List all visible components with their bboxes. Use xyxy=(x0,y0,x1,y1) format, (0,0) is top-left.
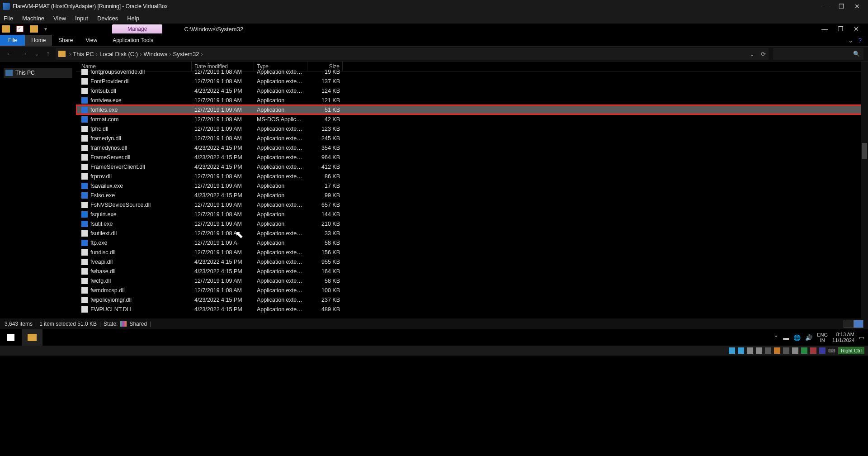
nav-up-icon[interactable]: ↑ xyxy=(45,50,51,58)
file-row[interactable]: fwpolicyiomgr.dll4/23/2022 4:15 PMApplic… xyxy=(76,295,868,304)
refresh-icon[interactable]: ⟳ xyxy=(761,51,766,57)
file-row[interactable]: forfiles.exe12/7/2019 1:09 AMApplication… xyxy=(76,105,868,114)
file-row[interactable]: fphc.dll12/7/2019 1:09 AMApplication ext… xyxy=(76,124,868,133)
search-box[interactable]: 🔍 xyxy=(773,48,863,60)
vbox-shared-folders-icon[interactable] xyxy=(783,347,789,354)
file-row[interactable]: framedyn.dll12/7/2019 1:08 AMApplication… xyxy=(76,133,868,143)
file-row[interactable]: fontview.exe12/7/2019 1:08 AMApplication… xyxy=(76,95,868,105)
breadcrumb-local-disk[interactable]: Local Disk (C:) xyxy=(99,51,138,57)
notifications-icon[interactable]: ▭ xyxy=(859,334,864,341)
dll-file-icon xyxy=(81,278,88,284)
chevron-right-icon[interactable]: › xyxy=(201,51,203,57)
file-row[interactable]: FrameServer.dll4/23/2022 4:15 PMApplicat… xyxy=(76,152,868,162)
battery-icon[interactable]: ▬ xyxy=(783,334,789,341)
vertical-scrollbar[interactable] xyxy=(861,62,868,318)
new-folder-icon[interactable] xyxy=(30,25,38,33)
file-row[interactable]: framedynos.dll4/23/2022 4:15 PMApplicati… xyxy=(76,143,868,152)
file-name: fsquirt.exe xyxy=(90,211,117,218)
nav-recent-icon[interactable]: ⌄ xyxy=(33,51,40,57)
file-row[interactable]: fundisc.dll12/7/2019 1:08 AMApplication … xyxy=(76,247,868,257)
file-row[interactable]: ftp.exe12/7/2019 1:09 AApplication58 KB xyxy=(76,238,868,247)
nav-this-pc[interactable]: This PC xyxy=(4,68,72,78)
chevron-right-icon[interactable]: › xyxy=(96,51,98,57)
vbox-optical-icon[interactable] xyxy=(738,347,744,354)
volume-icon[interactable]: 🔊 xyxy=(805,334,812,341)
file-row[interactable]: fsutil.exe12/7/2019 1:09 AMApplication21… xyxy=(76,219,868,228)
vbox-menu-view[interactable]: View xyxy=(53,15,66,22)
file-row[interactable]: fontsub.dll4/23/2022 4:15 PMApplication … xyxy=(76,86,868,95)
vbox-minimize-icon[interactable]: — xyxy=(822,3,829,10)
breadcrumb-system32[interactable]: System32 xyxy=(173,51,199,57)
vbox-mouse-icon[interactable] xyxy=(819,347,826,354)
nav-back-icon[interactable]: ← xyxy=(5,50,14,58)
qat-overflow-icon[interactable]: ▾ xyxy=(44,26,47,32)
vbox-hdd-icon[interactable] xyxy=(729,347,735,354)
vbox-menu-help[interactable]: Help xyxy=(127,15,139,22)
manage-contextual-tab[interactable]: Manage xyxy=(112,24,162,33)
vbox-host-key[interactable]: Right Ctrl xyxy=(838,347,864,354)
file-row[interactable]: fwmdmcsp.dll12/7/2019 1:08 AMApplication… xyxy=(76,285,868,295)
dll-file-icon xyxy=(81,154,88,161)
ribbon-collapse-icon[interactable]: ⌄ xyxy=(848,37,854,44)
taskbar-clock[interactable]: 8:13 AM 11/1/2024 xyxy=(832,332,854,343)
folder-icon[interactable] xyxy=(2,25,10,33)
file-size: 237 KB xyxy=(307,297,343,303)
address-dropdown-icon[interactable]: ⌄ xyxy=(750,51,755,57)
tray-chevron-icon[interactable]: ⌃ xyxy=(774,334,778,341)
vbox-usb-icon[interactable] xyxy=(774,347,780,354)
address-bar[interactable]: › This PC › Local Disk (C:) › Windows › … xyxy=(56,48,769,60)
properties-icon[interactable] xyxy=(16,26,24,32)
guest-close-icon[interactable]: ✕ xyxy=(854,25,859,33)
file-name: FsIso.exe xyxy=(90,192,115,199)
guest-maximize-icon[interactable]: ❐ xyxy=(838,25,844,33)
vbox-maximize-icon[interactable]: ❐ xyxy=(839,3,844,10)
view-large-button[interactable] xyxy=(854,320,863,328)
vbox-recording-icon[interactable] xyxy=(801,347,807,354)
vbox-audio-icon[interactable] xyxy=(756,347,762,354)
file-row[interactable]: FsIso.exe4/23/2022 4:15 PMApplication99 … xyxy=(76,190,868,200)
file-row[interactable]: frprov.dll12/7/2019 1:08 AMApplication e… xyxy=(76,171,868,181)
vbox-floppy-icon[interactable] xyxy=(747,347,753,354)
start-button[interactable] xyxy=(0,329,22,346)
file-row[interactable]: FontProvider.dll12/7/2019 1:08 AMApplica… xyxy=(76,76,868,86)
scrollbar-thumb[interactable] xyxy=(862,143,867,159)
nav-forward-icon[interactable]: → xyxy=(19,50,29,58)
vbox-menu-input[interactable]: Input xyxy=(75,15,88,22)
file-row[interactable]: fwcfg.dll12/7/2019 1:09 AMApplication ex… xyxy=(76,276,868,285)
dll-file-icon xyxy=(81,164,88,170)
help-icon[interactable]: ? xyxy=(858,37,862,44)
file-row[interactable]: FWPUCLNT.DLL4/23/2022 4:15 PMApplication… xyxy=(76,304,868,314)
tab-application-tools[interactable]: Application Tools xyxy=(106,35,160,46)
file-row[interactable]: fontgroupsoverride.dll12/7/2019 1:08 AMA… xyxy=(76,67,868,76)
chevron-right-icon[interactable]: › xyxy=(169,51,171,57)
guest-minimize-icon[interactable]: — xyxy=(821,25,828,33)
file-row[interactable]: FrameServerClient.dll4/23/2022 4:15 PMAp… xyxy=(76,162,868,171)
network-icon[interactable]: 🌐 xyxy=(793,334,801,341)
vbox-network-icon[interactable] xyxy=(765,347,771,354)
tab-share[interactable]: Share xyxy=(52,35,79,46)
taskbar-explorer[interactable] xyxy=(22,329,42,346)
file-row[interactable]: format.com12/7/2019 1:08 AMMS-DOS Applic… xyxy=(76,114,868,124)
file-row[interactable]: fwbase.dll4/23/2022 4:15 PMApplication e… xyxy=(76,266,868,276)
tab-file[interactable]: File xyxy=(0,35,25,46)
chevron-right-icon[interactable]: › xyxy=(69,51,71,57)
view-details-button[interactable] xyxy=(844,320,854,328)
language-indicator[interactable]: ENG IN xyxy=(817,332,828,343)
keyboard-capture-icon[interactable]: ⌨ xyxy=(828,348,835,354)
vbox-menu-file[interactable]: File xyxy=(4,15,13,22)
file-row[interactable]: fsutilext.dll12/7/2019 1:08 AApplication… xyxy=(76,228,868,238)
vbox-display-icon[interactable] xyxy=(792,347,798,354)
breadcrumb-windows[interactable]: Windows xyxy=(144,51,168,57)
file-row[interactable]: fsavailux.exe12/7/2019 1:09 AMApplicatio… xyxy=(76,181,868,190)
file-row[interactable]: fveapi.dll4/23/2022 4:15 PMApplication e… xyxy=(76,257,868,266)
vbox-cpu-icon[interactable] xyxy=(810,347,816,354)
vbox-menu-machine[interactable]: Machine xyxy=(22,15,44,22)
chevron-right-icon[interactable]: › xyxy=(140,51,142,57)
vbox-close-icon[interactable]: ✕ xyxy=(854,3,860,10)
file-row[interactable]: FsNVSDeviceSource.dll12/7/2019 1:09 AMAp… xyxy=(76,200,868,209)
tab-view[interactable]: View xyxy=(79,35,104,46)
file-row[interactable]: fsquirt.exe12/7/2019 1:08 AMApplication1… xyxy=(76,209,868,219)
breadcrumb-this-pc[interactable]: This PC xyxy=(73,51,94,57)
tab-home[interactable]: Home xyxy=(25,35,52,46)
vbox-menu-devices[interactable]: Devices xyxy=(97,15,118,22)
